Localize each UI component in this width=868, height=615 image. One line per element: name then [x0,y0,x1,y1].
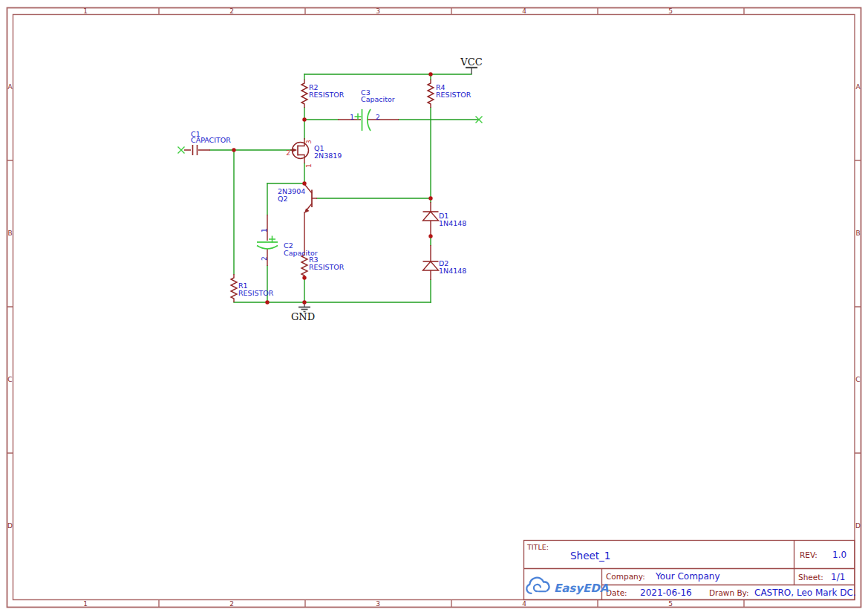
sheet-frame: 1 2 3 4 5 1 2 3 4 5 A B C D A B C D [7,7,861,608]
capacitor-curved-plate[interactable] [257,246,278,250]
component-ref[interactable]: Q2 [278,195,288,203]
junction-dot [302,117,306,121]
schematic-canvas[interactable]: 1 2 3 4 5 1 2 3 4 5 A B C D A B C D [0,0,868,615]
company-label: Company: [606,572,645,581]
frame-row-label: B [855,230,860,237]
cloud-swirl-icon [534,585,546,591]
junction-dot [428,234,432,238]
gnd-flag[interactable]: GND [291,302,315,322]
pin-number: 2 [261,256,268,261]
noconnect-cross-icon[interactable] [178,147,185,154]
title-label: TITLE: [526,543,549,551]
diode-triangle[interactable] [423,261,439,270]
junction-dot [232,148,235,152]
component-value[interactable]: 1N4148 [439,267,466,275]
pin-number: 3 [305,140,313,144]
plus-sign-icon [355,114,362,120]
component-value[interactable]: RESISTOR [309,91,345,99]
capacitor-c1[interactable]: C1 CAPACITOR [184,130,231,155]
component-value[interactable]: CAPACITOR [191,136,231,144]
component-value[interactable]: RESISTOR [238,289,274,297]
pin-number: 2 [376,114,380,121]
resistor-r2[interactable]: R2 RESISTOR [301,79,345,108]
title-block: TITLE: Sheet_1 REV: 1.0 Company: Your Co… [524,541,856,600]
frame-row-label: C [855,376,860,383]
frame-row-label: D [7,522,13,530]
capacitor-plates[interactable] [193,145,198,155]
drawn-by-label: Drawn By: [709,588,749,597]
pin-number: 1 [305,163,313,168]
frame-col-label: 5 [668,600,673,608]
junction-dot [302,300,306,304]
component-value[interactable]: 1N4148 [439,219,466,227]
component-value[interactable]: RESISTOR [309,263,345,271]
component-value[interactable]: RESISTOR [436,91,471,99]
frame-row-label: B [7,230,12,237]
resistor-symbol[interactable] [301,79,307,108]
frame-column-labels-bottom: 1 2 3 4 5 [83,600,673,608]
frame-row-label: A [855,83,861,91]
resistor-symbol[interactable] [231,274,237,302]
frame-outer-border [7,8,861,608]
bjt-collector[interactable] [304,184,312,193]
frame-col-label: 3 [376,7,380,15]
sheet-value[interactable]: 1/1 [831,572,845,582]
jfet-gate-arrow-icon [293,148,297,152]
rev-label: REV: [800,550,818,559]
junction-dot [302,181,306,185]
logo-wordmark: EasyEDA [554,582,609,595]
frame-inner-border [13,15,855,600]
frame-ruler-ticks [7,8,861,608]
junction-dot [428,72,432,76]
frame-col-label: 5 [668,7,673,15]
sheet-label: Sheet: [798,573,823,582]
resistor-r4[interactable]: R4 RESISTOR [428,79,471,108]
easyeda-logo: EasyEDA [526,578,608,595]
vcc-label[interactable]: VCC [460,56,482,68]
frame-row-label: C [7,376,12,383]
capacitor-c3[interactable]: 1 2 C3 Capacitor [338,88,399,131]
date-label: Date: [606,588,627,597]
frame-col-label: 1 [83,7,88,15]
diode-d1[interactable]: D1 1N4148 [423,202,467,238]
jfet-source[interactable] [298,155,304,164]
frame-row-label: A [7,83,13,91]
frame-col-label: 4 [522,7,526,15]
diode-d2[interactable]: D2 1N4148 [423,245,467,280]
pin-number: 2 [286,149,290,157]
diode-triangle[interactable] [423,212,439,221]
sheet-title[interactable]: Sheet_1 [570,550,610,562]
frame-col-label: 3 [376,600,380,608]
junction-dot [302,276,306,279]
transistor-q1[interactable]: 3 2 1 Q1 2N3819 [286,138,342,168]
frame-col-label: 2 [229,7,234,15]
component-value[interactable]: Capacitor [361,95,395,103]
date-value[interactable]: 2021-06-16 [640,588,692,598]
frame-col-label: 1 [83,600,88,608]
frame-col-label: 4 [522,600,526,608]
frame-row-label: D [855,522,861,530]
component-value[interactable]: 2N3819 [314,152,342,160]
component-value[interactable]: Capacitor [284,249,318,257]
company-value[interactable]: Your Company [655,571,720,582]
pin-number: 1 [350,114,354,121]
resistor-symbol[interactable] [428,79,434,108]
gnd-label[interactable]: GND [291,311,315,322]
junction-dot [265,300,269,304]
junction-dot [428,196,432,200]
rev-value[interactable]: 1.0 [832,550,846,560]
vcc-flag[interactable]: VCC [460,56,482,74]
drawn-by-value[interactable]: CASTRO, Leo Mark DC. [754,588,856,598]
frame-col-label: 2 [229,600,234,608]
pin-number: 1 [261,228,268,232]
